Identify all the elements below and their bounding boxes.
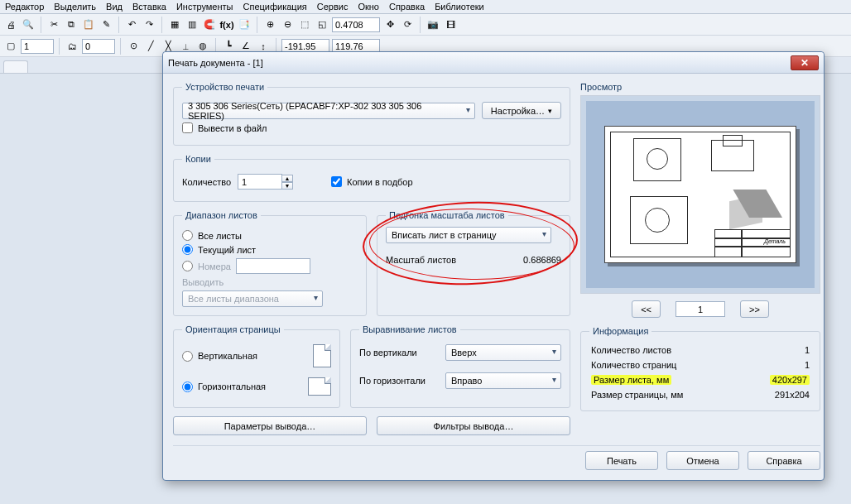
print-icon[interactable]: 🖨 bbox=[3, 17, 18, 32]
menu-service[interactable]: Сервис bbox=[317, 2, 349, 12]
layer-icon[interactable]: ▥ bbox=[185, 17, 200, 32]
valign-value: Вверх bbox=[451, 348, 477, 358]
right-panel: Просмотр bbox=[580, 82, 820, 435]
menu-libs[interactable]: Библиотеки bbox=[435, 2, 484, 12]
printer-value: 3 305 306 Series(Сеть) (EPACABF7:XP-302 … bbox=[188, 101, 459, 121]
info-sheet-size-label: Размер листа, мм bbox=[591, 375, 671, 385]
fit-group: Подгонка масштаба листов Вписать лист в … bbox=[377, 210, 570, 316]
fx-icon[interactable]: f(x) bbox=[219, 17, 234, 32]
output-label: Выводить bbox=[182, 277, 224, 287]
grid-icon[interactable]: ▦ bbox=[167, 17, 182, 32]
sheet-icon[interactable]: ▢ bbox=[3, 39, 18, 54]
pager: << >> bbox=[580, 300, 820, 318]
output-value: Все листы диапазона bbox=[188, 294, 279, 304]
menu-insert[interactable]: Вставка bbox=[132, 2, 166, 12]
refresh-icon[interactable]: ⟳ bbox=[400, 17, 415, 32]
cancel-button[interactable]: Отмена bbox=[666, 451, 739, 470]
page-landscape-icon bbox=[308, 377, 331, 396]
copy-icon[interactable]: ⧉ bbox=[64, 17, 79, 32]
halign-label: По горизонтали bbox=[359, 376, 439, 386]
halign-value: Вправо bbox=[451, 376, 482, 386]
menu-window[interactable]: Окно bbox=[358, 2, 379, 12]
left-panel: Устройство печати 3 305 306 Series(Сеть)… bbox=[173, 82, 570, 435]
magnet-icon[interactable]: 🧲 bbox=[202, 17, 217, 32]
copies-group: Копии Количество ▲▼ Копии в подбор bbox=[173, 154, 570, 202]
vars-icon[interactable]: 📑 bbox=[237, 17, 252, 32]
toolbar-1: 🖨 🔍 ✂ ⧉ 📋 ✎ ↶ ↷ ▦ ▥ 🧲 f(x) 📑 ⊕ ⊖ ⬚ ◱ ✥ ⟳… bbox=[0, 14, 851, 36]
snap1-icon[interactable]: ⊙ bbox=[126, 39, 141, 54]
menu-editor[interactable]: Редактор bbox=[5, 2, 44, 12]
qty-up-icon[interactable]: ▲ bbox=[281, 175, 293, 182]
output-select[interactable]: Все листы диапазона bbox=[182, 290, 323, 307]
numbers-field[interactable] bbox=[236, 258, 310, 274]
valign-label: По вертикали bbox=[359, 348, 439, 358]
zoom-fit-icon[interactable]: ◱ bbox=[315, 17, 329, 32]
vertical-label: Вертикальная bbox=[198, 351, 257, 361]
film-icon[interactable]: 🎞 bbox=[443, 17, 458, 32]
zoom-window-icon[interactable]: ⬚ bbox=[297, 17, 312, 32]
info-pages-value: 1 bbox=[805, 360, 810, 370]
color-number-input[interactable] bbox=[82, 39, 115, 54]
menu-help[interactable]: Справка bbox=[389, 2, 425, 12]
radio-current[interactable] bbox=[182, 244, 193, 255]
pan-icon[interactable]: ✥ bbox=[382, 17, 397, 32]
menu-tools[interactable]: Инструменты bbox=[176, 2, 233, 12]
dialog-title: Печать документа - [1] bbox=[168, 58, 791, 68]
collate-label: Копии в подбор bbox=[347, 177, 413, 187]
preview-sheet: Деталь bbox=[604, 126, 796, 263]
preview-icon[interactable]: 🔍 bbox=[21, 17, 36, 32]
layers-icon[interactable]: 🗂 bbox=[65, 39, 79, 54]
horizontal-label: Горизонтальная bbox=[198, 382, 266, 391]
qty-down-icon[interactable]: ▼ bbox=[281, 182, 293, 190]
scale-value: 0.686869 bbox=[523, 255, 561, 265]
radio-numbers[interactable] bbox=[182, 261, 193, 271]
dialog-titlebar: Печать документа - [1] ✕ bbox=[163, 52, 824, 74]
undo-icon[interactable]: ↶ bbox=[124, 17, 139, 32]
qty-label: Количество bbox=[182, 177, 231, 187]
qty-stepper[interactable]: ▲▼ bbox=[238, 174, 293, 190]
collate-checkbox[interactable] bbox=[331, 176, 342, 187]
close-button[interactable]: ✕ bbox=[791, 55, 819, 70]
menu-select[interactable]: Выделить bbox=[54, 2, 96, 12]
radio-all[interactable] bbox=[182, 230, 193, 241]
to-file-label: Вывести в файл bbox=[198, 123, 267, 133]
snap2-icon[interactable]: ╱ bbox=[143, 39, 158, 54]
brush-icon[interactable]: ✎ bbox=[99, 17, 113, 32]
orient-legend: Ориентация страницы bbox=[182, 324, 284, 334]
page-number-input[interactable] bbox=[676, 301, 725, 317]
help-button[interactable]: Справка bbox=[748, 451, 820, 470]
output-params-button[interactable]: Параметры вывода… bbox=[173, 416, 367, 435]
paste-icon[interactable]: 📋 bbox=[81, 17, 96, 32]
settings-label: Настройка… bbox=[491, 106, 545, 116]
menu-spec[interactable]: Спецификация bbox=[243, 2, 307, 12]
next-page-button[interactable]: >> bbox=[740, 300, 769, 318]
print-button[interactable]: Печать bbox=[585, 451, 658, 470]
info-sheets-label: Количество листов bbox=[591, 345, 671, 355]
info-sheet-size-value: 420x297 bbox=[770, 375, 810, 385]
halign-select[interactable]: Вправо bbox=[445, 372, 561, 389]
zoom-value-input[interactable] bbox=[332, 17, 380, 32]
qty-input[interactable] bbox=[238, 174, 282, 190]
fit-mode-select[interactable]: Вписать лист в страницу bbox=[386, 227, 551, 243]
camera-icon[interactable]: 📷 bbox=[426, 17, 440, 32]
cut-icon[interactable]: ✂ bbox=[46, 17, 61, 32]
radio-current-label: Текущий лист bbox=[198, 245, 256, 255]
to-file-checkbox[interactable] bbox=[182, 122, 193, 133]
radio-all-label: Все листы bbox=[198, 231, 242, 241]
output-filters-button[interactable]: Фильтры вывода… bbox=[377, 416, 570, 435]
fit-legend: Подгонка масштаба листов bbox=[386, 210, 508, 220]
settings-button[interactable]: Настройка…▾ bbox=[482, 102, 561, 119]
menu-view[interactable]: Вид bbox=[106, 2, 123, 12]
zoom-out-icon[interactable]: ⊖ bbox=[280, 17, 295, 32]
tab-1[interactable] bbox=[3, 60, 28, 73]
align-group: Выравнивание листов По вертикали Вверх П… bbox=[350, 324, 570, 408]
radio-horizontal[interactable] bbox=[182, 382, 193, 392]
zoom-in-icon[interactable]: ⊕ bbox=[262, 17, 277, 32]
radio-vertical[interactable] bbox=[182, 351, 193, 362]
valign-select[interactable]: Вверх bbox=[445, 344, 561, 361]
page-portrait-icon bbox=[313, 344, 331, 367]
redo-icon[interactable]: ↷ bbox=[142, 17, 156, 32]
layer-number-input[interactable] bbox=[21, 39, 54, 54]
prev-page-button[interactable]: << bbox=[632, 300, 661, 318]
printer-select[interactable]: 3 305 306 Series(Сеть) (EPACABF7:XP-302 … bbox=[182, 103, 475, 119]
